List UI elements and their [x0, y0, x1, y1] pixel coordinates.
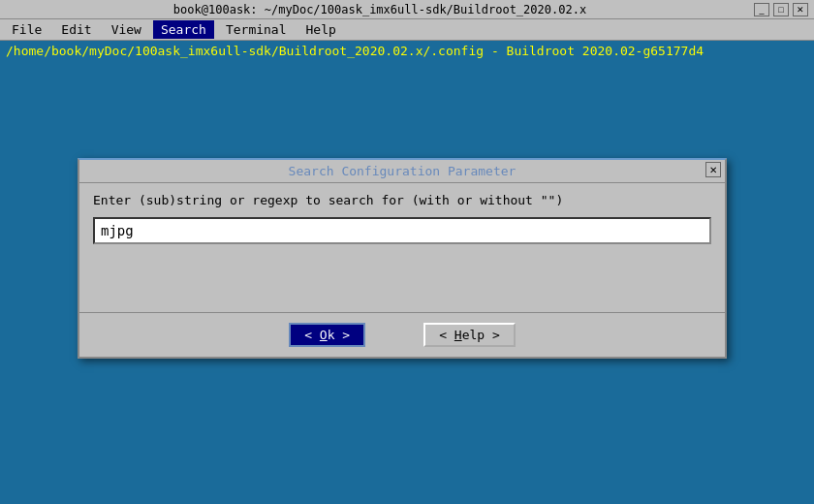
menu-help[interactable]: Help [298, 20, 344, 39]
menu-search[interactable]: Search [153, 20, 214, 39]
dialog-title-bar: Search Configuration Parameter ✕ [79, 160, 725, 183]
help-button[interactable]: < Help > [423, 323, 516, 347]
dialog-body: Enter (sub)string or regexp to search fo… [79, 183, 725, 312]
ok-button[interactable]: < Ok > [289, 323, 365, 347]
dialog-close-button[interactable]: ✕ [705, 162, 721, 177]
menu-edit[interactable]: Edit [53, 20, 99, 39]
path-text: /home/book/myDoc/100ask_imx6ull-sdk/Buil… [6, 44, 704, 58]
dialog-separator [79, 312, 725, 313]
search-input[interactable] [101, 223, 704, 238]
dialog-buttons: < Ok > < Help > [79, 323, 725, 357]
maximize-button[interactable]: □ [773, 3, 789, 16]
menu-view[interactable]: View [104, 20, 149, 39]
title-text: book@100ask: ~/myDoc/100ask_imx6ull-sdk/… [6, 3, 754, 16]
dialog-instruction: Enter (sub)string or regexp to search fo… [93, 193, 711, 207]
title-bar: book@100ask: ~/myDoc/100ask_imx6ull-sdk/… [0, 0, 814, 19]
menu-terminal[interactable]: Terminal [218, 20, 295, 39]
terminal-area: Search Configuration Parameter ✕ Enter (… [0, 61, 814, 503]
window-controls: _ □ ✕ [754, 3, 808, 16]
minimize-button[interactable]: _ [754, 3, 769, 16]
close-button[interactable]: ✕ [793, 3, 808, 16]
dialog-title: Search Configuration Parameter [289, 164, 517, 178]
search-dialog: Search Configuration Parameter ✕ Enter (… [78, 158, 727, 359]
path-bar: /home/book/myDoc/100ask_imx6ull-sdk/Buil… [0, 41, 814, 61]
menu-bar: File Edit View Search Terminal Help [0, 19, 814, 41]
search-input-wrapper[interactable] [93, 217, 711, 244]
dialog-empty-space [93, 254, 711, 302]
menu-file[interactable]: File [4, 20, 49, 39]
